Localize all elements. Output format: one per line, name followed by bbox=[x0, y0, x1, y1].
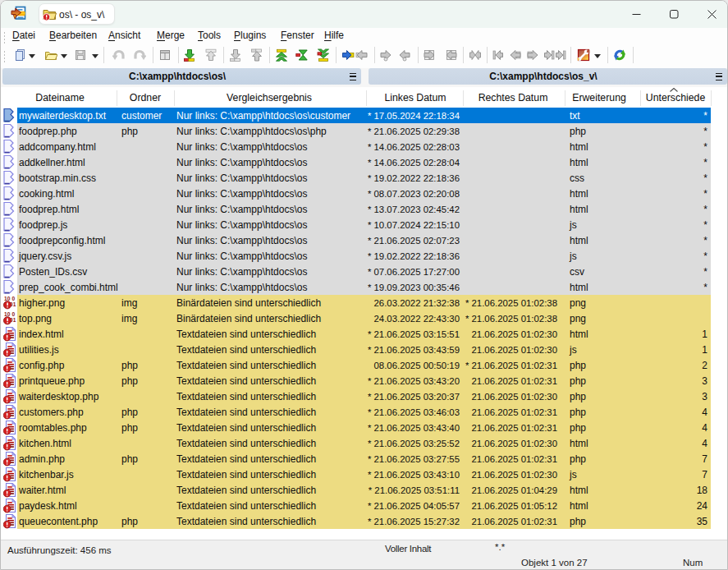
svg-text:10: 10 bbox=[4, 296, 11, 301]
svg-text:10: 10 bbox=[4, 311, 11, 317]
svg-text:0: 0 bbox=[12, 296, 16, 301]
svg-text:0: 0 bbox=[12, 311, 16, 317]
